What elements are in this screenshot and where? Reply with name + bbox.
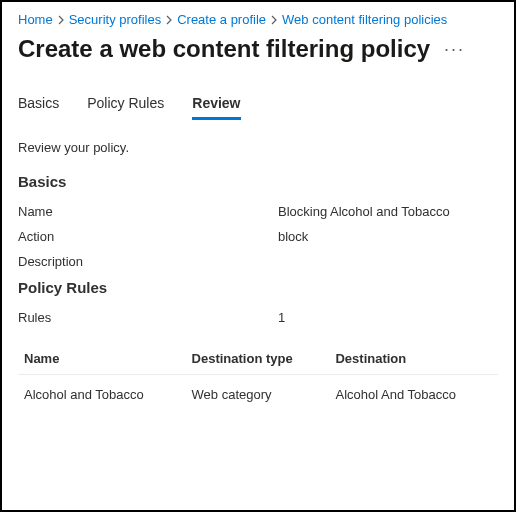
cell-rule-name: Alcohol and Tobacco: [18, 375, 186, 415]
tab-policy-rules[interactable]: Policy Rules: [87, 91, 164, 120]
kv-name-value: Blocking Alcohol and Tobacco: [278, 204, 498, 219]
kv-name: Name Blocking Alcohol and Tobacco: [18, 204, 498, 219]
col-header-destination[interactable]: Destination: [329, 343, 498, 375]
breadcrumb-link-security-profiles[interactable]: Security profiles: [69, 12, 161, 27]
page-title: Create a web content filtering policy: [18, 35, 430, 63]
col-header-dest-type[interactable]: Destination type: [186, 343, 330, 375]
section-rules-heading: Policy Rules: [18, 279, 498, 296]
tab-basics[interactable]: Basics: [18, 91, 59, 120]
kv-rules-count-value: 1: [278, 310, 498, 325]
more-actions-button[interactable]: ···: [440, 36, 469, 62]
cell-rule-dest-type: Web category: [186, 375, 330, 415]
kv-description: Description: [18, 254, 498, 269]
kv-action-label: Action: [18, 229, 278, 244]
chevron-right-icon: [270, 15, 278, 25]
kv-description-label: Description: [18, 254, 278, 269]
tab-review[interactable]: Review: [192, 91, 240, 120]
breadcrumb-link-web-content-filtering[interactable]: Web content filtering policies: [282, 12, 447, 27]
breadcrumb-link-home[interactable]: Home: [18, 12, 53, 27]
chevron-right-icon: [57, 15, 65, 25]
review-intro: Review your policy.: [18, 140, 498, 155]
kv-action-value: block: [278, 229, 498, 244]
breadcrumb-link-create-profile[interactable]: Create a profile: [177, 12, 266, 27]
table-row[interactable]: Alcohol and Tobacco Web category Alcohol…: [18, 375, 498, 415]
kv-rules-count-label: Rules: [18, 310, 278, 325]
section-basics-heading: Basics: [18, 173, 498, 190]
rules-table: Name Destination type Destination Alcoho…: [18, 343, 498, 414]
cell-rule-destination: Alcohol And Tobacco: [329, 375, 498, 415]
kv-description-value: [278, 254, 498, 269]
breadcrumb: Home Security profiles Create a profile …: [18, 12, 498, 27]
kv-action: Action block: [18, 229, 498, 244]
col-header-name[interactable]: Name: [18, 343, 186, 375]
tabs: Basics Policy Rules Review: [18, 91, 498, 120]
kv-rules-count: Rules 1: [18, 310, 498, 325]
kv-name-label: Name: [18, 204, 278, 219]
chevron-right-icon: [165, 15, 173, 25]
rules-table-header-row: Name Destination type Destination: [18, 343, 498, 375]
